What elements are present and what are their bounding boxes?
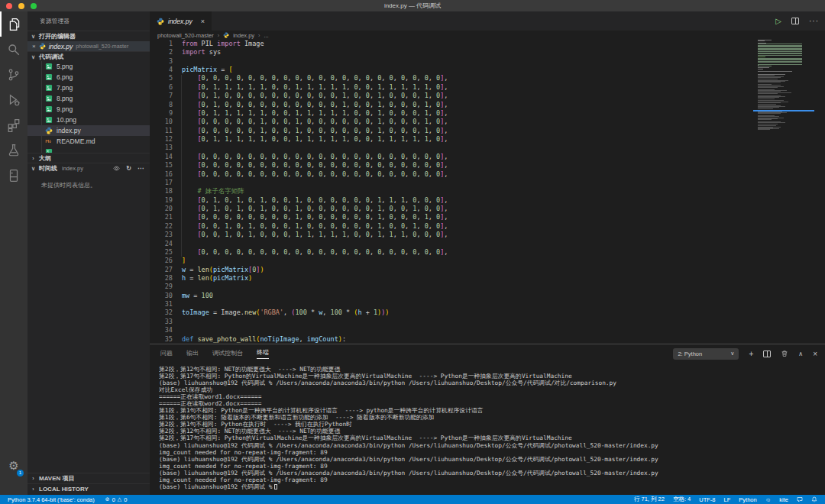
close-window-button[interactable] (6, 3, 12, 9)
sidebar-title: 资源管理器 (28, 11, 150, 31)
tree-item-7-png[interactable]: 7.png (28, 82, 150, 93)
close-panel-icon[interactable]: × (813, 350, 817, 358)
code-line-24[interactable]: 24 (150, 240, 825, 248)
code-line-20[interactable]: 20 [0, 1, 0, 1, 0, 1, 0, 0, 1, 0, 0, 0, … (150, 205, 825, 213)
notifications-bell-icon[interactable] (811, 496, 817, 502)
tree-item-index-py[interactable]: index.py (28, 125, 150, 136)
code-line-34[interactable]: 34 (150, 326, 825, 334)
notebook-icon[interactable] (0, 163, 28, 188)
tab-close-icon[interactable]: × (201, 18, 205, 25)
search-icon[interactable] (0, 37, 28, 62)
code-line-3[interactable]: 3 (150, 57, 825, 66)
source-control-icon[interactable] (0, 62, 28, 87)
indentation-setting[interactable]: 空格: 4 (673, 496, 691, 503)
tree-item-partial[interactable] (28, 147, 150, 153)
minimize-window-button[interactable] (18, 3, 24, 9)
code-line-29[interactable]: 29 (150, 283, 825, 291)
panel-tab-debug-console[interactable]: 调试控制台 (212, 349, 243, 359)
code-line-31[interactable]: 31 (150, 300, 825, 309)
code-line-25[interactable]: 25 [0, 0, 0, 0, 0, 0, 0, 0, 0, 0, 0, 0, … (150, 248, 825, 257)
code-line-17[interactable]: 17 (150, 179, 825, 187)
tree-item-README-md[interactable]: README.md (28, 136, 150, 147)
tree-item-10-png[interactable]: 10.png (28, 115, 150, 125)
code-line-6[interactable]: 6 [0, 1, 1, 1, 1, 1, 0, 0, 1, 1, 1, 1, 1… (150, 83, 825, 92)
code-line-2[interactable]: 2import sys (150, 48, 825, 57)
language-mode[interactable]: Python (739, 496, 756, 503)
refresh-icon[interactable]: ↻ (126, 165, 131, 172)
maximize-panel-icon[interactable]: ∧ (798, 351, 803, 357)
test-flask-icon[interactable] (0, 137, 28, 163)
more-actions-icon[interactable]: ⋯ (138, 165, 144, 172)
tree-item-9-png[interactable]: 9.png (28, 104, 150, 115)
code-editor[interactable]: 1from PIL import Image2import sys34picMa… (150, 40, 825, 344)
extensions-icon[interactable] (0, 112, 28, 137)
panel-tab-problems[interactable]: 问题 (160, 349, 173, 359)
code-line-18[interactable]: 18 # 妹子名字矩阵 (150, 187, 825, 195)
eye-icon[interactable] (113, 165, 120, 172)
new-terminal-icon[interactable]: + (749, 350, 753, 358)
tree-item-5-png[interactable]: 5.png (28, 61, 150, 72)
terminal-output[interactable]: 第2段，第12句不相同: NET的功能更强大 ----> NET的功能更强第2段… (159, 366, 820, 493)
maven-section-header[interactable]: › MAVEN 项目 (28, 473, 150, 483)
split-editor-icon[interactable] (791, 18, 799, 24)
timeline-section-header[interactable]: ∨ 时间线 index.py ↻ ⋯ (28, 163, 150, 173)
code-line-35[interactable]: 35def save_photo_wall(noTipImage, imgCou… (150, 335, 825, 344)
kite-status[interactable]: kite (779, 496, 788, 503)
code-line-1[interactable]: 1from PIL import Image (150, 40, 825, 48)
code-line-8[interactable]: 8 [0, 1, 0, 0, 0, 0, 0, 0, 0, 0, 0, 0, 1… (150, 101, 825, 109)
code-line-15[interactable]: 15 [0, 0, 0, 0, 0, 0, 0, 0, 0, 0, 0, 0, … (150, 161, 825, 170)
cursor-position[interactable]: 行 71, 列 22 (634, 496, 665, 503)
tab-index-py[interactable]: index.py × (150, 11, 212, 31)
code-line-5[interactable]: 5 [0, 0, 0, 0, 0, 0, 0, 0, 0, 0, 0, 0, 0… (150, 74, 825, 82)
problems-indicator[interactable]: ⊘ 0 △ 0 (105, 496, 128, 503)
code-line-32[interactable]: 32toImage = Image.new('RGBA', (100 * w, … (150, 309, 825, 317)
zoom-window-button[interactable] (31, 3, 37, 9)
editor-more-actions-icon[interactable]: ··· (809, 17, 819, 25)
panel-tab-terminal[interactable]: 终端 (257, 348, 269, 359)
explorer-icon[interactable] (0, 11, 28, 37)
code-line-9[interactable]: 9 [0, 1, 1, 1, 1, 1, 0, 0, 1, 1, 1, 1, 1… (150, 109, 825, 118)
settings-gear-icon[interactable]: ⚙ 1 (0, 454, 28, 477)
window-controls[interactable] (6, 3, 37, 9)
breadcrumb-file[interactable]: index.py (233, 32, 254, 39)
outline-section-header[interactable]: › 大纲 (28, 153, 150, 163)
code-line-12[interactable]: 12 [0, 1, 1, 1, 1, 1, 0, 0, 1, 1, 1, 1, … (150, 135, 825, 144)
tree-item-8-png[interactable]: 8.png (28, 93, 150, 104)
code-line-33[interactable]: 33 (150, 318, 825, 326)
code-line-19[interactable]: 19 [0, 1, 0, 1, 0, 1, 0, 0, 1, 0, 0, 0, … (150, 196, 825, 205)
code-line-4[interactable]: 4picMatrix = [ (150, 66, 825, 74)
breadcrumb-folder[interactable]: photowall_520-master (157, 32, 214, 39)
breadcrumb[interactable]: photowall_520-master › index.py › ... (157, 31, 269, 40)
encoding-setting[interactable]: UTF-8 (699, 496, 715, 503)
code-line-21[interactable]: 21 [0, 0, 0, 0, 0, 0, 0, 0, 1, 0, 0, 0, … (150, 213, 825, 221)
code-line-7[interactable]: 7 [0, 1, 0, 0, 0, 0, 0, 0, 0, 0, 0, 0, 1… (150, 92, 825, 100)
tree-item-6-png[interactable]: 6.png (28, 72, 150, 82)
code-line-22[interactable]: 22 [0, 0, 1, 0, 1, 0, 0, 0, 1, 0, 0, 0, … (150, 222, 825, 231)
breadcrumb-symbol[interactable]: ... (264, 32, 268, 39)
run-file-button[interactable]: ▷ (775, 17, 781, 25)
code-line-10[interactable]: 10 [0, 0, 0, 0, 0, 1, 0, 0, 1, 0, 0, 0, … (150, 118, 825, 126)
tweet-feedback-icon[interactable] (797, 496, 803, 502)
code-line-13[interactable]: 13 (150, 144, 825, 152)
panel-tab-output[interactable]: 输出 (186, 349, 199, 359)
split-terminal-icon[interactable] (763, 351, 771, 357)
run-debug-icon[interactable] (0, 87, 28, 112)
code-line-16[interactable]: 16 [0, 0, 0, 0, 0, 0, 0, 0, 0, 0, 0, 0, … (150, 170, 825, 179)
code-line-26[interactable]: 26] (150, 257, 825, 265)
kill-terminal-trash-icon[interactable] (781, 350, 788, 357)
local-history-section-header[interactable]: › LOCAL HISTORY (28, 483, 150, 494)
folder-section-header[interactable]: ∨ 代码调试 (28, 51, 150, 62)
code-line-11[interactable]: 11 [0, 0, 0, 0, 0, 1, 0, 0, 1, 0, 0, 0, … (150, 127, 825, 135)
eol-setting[interactable]: LF (724, 496, 731, 503)
code-line-28[interactable]: 28h = len(picMatrix) (150, 274, 825, 283)
code-line-27[interactable]: 27w = len(picMatrix[0]) (150, 266, 825, 274)
feedback-smiley-icon[interactable]: ☺ (765, 496, 772, 503)
code-line-30[interactable]: 30mw = 100 (150, 292, 825, 300)
code-line-23[interactable]: 23 [0, 0, 1, 0, 1, 0, 0, 0, 1, 1, 1, 1, … (150, 231, 825, 239)
interpreter-selector[interactable]: Python 3.7.4 64-bit ('base': conda) (8, 496, 95, 503)
terminal-selector[interactable]: 2: Python ∨ (673, 348, 739, 360)
open-editors-header[interactable]: ∨ 打开的编辑器 (28, 31, 150, 41)
open-editor-item[interactable]: × index.py photowall_520-master (28, 41, 150, 51)
close-icon[interactable]: × (32, 43, 36, 50)
code-line-14[interactable]: 14 [0, 0, 0, 0, 0, 0, 0, 0, 0, 0, 0, 0, … (150, 153, 825, 161)
